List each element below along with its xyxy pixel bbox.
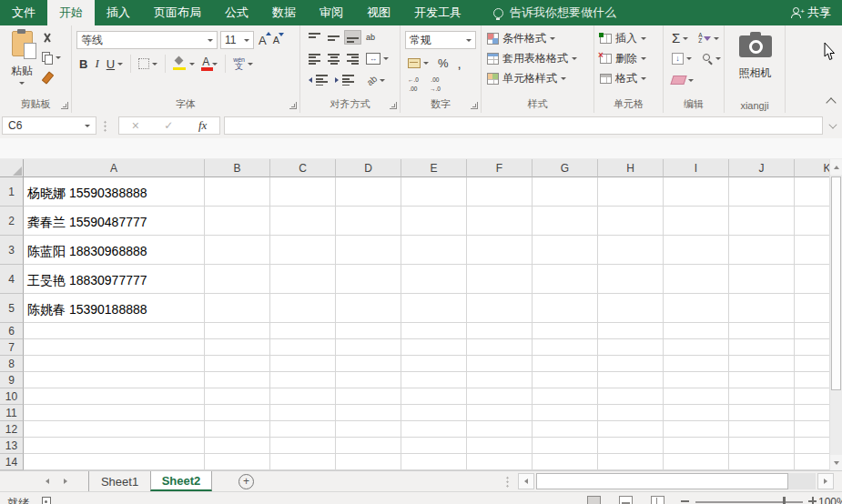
camera-button[interactable]: 照相机 bbox=[725, 29, 786, 81]
row-header-11[interactable]: 11 bbox=[0, 405, 24, 421]
cell-F13[interactable] bbox=[467, 438, 533, 454]
macro-record-icon[interactable] bbox=[42, 497, 51, 504]
cell-J13[interactable] bbox=[729, 438, 795, 454]
cell-K10[interactable] bbox=[795, 388, 829, 405]
cell-D13[interactable] bbox=[336, 438, 401, 454]
cell-J9[interactable] bbox=[729, 372, 795, 388]
column-header-C[interactable]: C bbox=[270, 159, 336, 177]
cut-button[interactable] bbox=[42, 31, 52, 45]
cell-I7[interactable] bbox=[664, 339, 729, 356]
cell-K14[interactable] bbox=[795, 454, 829, 470]
cell-F1[interactable] bbox=[467, 177, 533, 207]
scroll-up-button[interactable] bbox=[830, 159, 842, 175]
cell-G14[interactable] bbox=[533, 454, 598, 470]
cell-H13[interactable] bbox=[598, 438, 664, 454]
cell-E1[interactable] bbox=[401, 177, 467, 207]
cell-B5[interactable] bbox=[205, 294, 270, 323]
bold-button[interactable]: B bbox=[76, 55, 90, 73]
cell-C7[interactable] bbox=[270, 339, 336, 356]
collapse-ribbon-icon[interactable] bbox=[826, 97, 836, 107]
row-header-3[interactable]: 3 bbox=[0, 236, 24, 265]
cell-H5[interactable] bbox=[598, 294, 664, 323]
fill-color-button[interactable] bbox=[170, 55, 198, 72]
cell-A13[interactable] bbox=[24, 438, 205, 454]
cell-H9[interactable] bbox=[598, 372, 664, 388]
cell-A2[interactable]: 龚春兰 15590487777 bbox=[24, 207, 205, 236]
column-header-I[interactable]: I bbox=[664, 159, 729, 177]
cell-I12[interactable] bbox=[664, 421, 729, 438]
cell-B13[interactable] bbox=[205, 438, 270, 454]
cell-C8[interactable] bbox=[270, 356, 336, 372]
cell-I13[interactable] bbox=[664, 438, 729, 454]
cell-K4[interactable] bbox=[795, 265, 829, 294]
row-header-5[interactable]: 5 bbox=[0, 294, 24, 323]
cell-F9[interactable] bbox=[467, 372, 533, 388]
align-bottom-button[interactable] bbox=[344, 30, 361, 45]
next-sheet-icon[interactable] bbox=[64, 479, 67, 484]
column-header-B[interactable]: B bbox=[205, 159, 270, 177]
cell-F3[interactable] bbox=[467, 236, 533, 265]
sort-filter-button[interactable]: AZ bbox=[695, 31, 721, 46]
vertical-scrollbar-thumb[interactable] bbox=[831, 176, 841, 390]
column-header-D[interactable]: D bbox=[336, 159, 401, 177]
cell-B8[interactable] bbox=[205, 356, 270, 372]
align-left-button[interactable] bbox=[306, 52, 323, 66]
cell-G4[interactable] bbox=[533, 265, 598, 294]
cell-K13[interactable] bbox=[795, 438, 829, 454]
cell-G10[interactable] bbox=[533, 388, 598, 405]
comma-style-button[interactable]: , bbox=[455, 57, 464, 70]
cell-K9[interactable] bbox=[795, 372, 829, 388]
cell-E4[interactable] bbox=[401, 265, 467, 294]
cell-B6[interactable] bbox=[205, 323, 270, 339]
phonetic-button[interactable]: wén文 bbox=[230, 55, 256, 73]
cell-J6[interactable] bbox=[729, 323, 795, 339]
number-format-select[interactable]: 常规 bbox=[405, 31, 476, 49]
increase-indent-button[interactable] bbox=[332, 73, 357, 87]
cell-J14[interactable] bbox=[729, 454, 795, 470]
decrease-decimal-button[interactable]: .00→.0 bbox=[427, 75, 443, 94]
cell-K11[interactable] bbox=[795, 405, 829, 421]
tab-insert[interactable]: 插入 bbox=[95, 0, 142, 25]
share-button[interactable]: + 共享 bbox=[780, 0, 842, 25]
format-painter-button[interactable] bbox=[42, 70, 51, 85]
cell-C10[interactable] bbox=[270, 388, 336, 405]
cell-B14[interactable] bbox=[205, 454, 270, 470]
cell-K6[interactable] bbox=[795, 323, 829, 339]
enter-icon[interactable]: ✓ bbox=[164, 119, 173, 132]
tell-me-box[interactable]: 告诉我你想要做什么 bbox=[493, 0, 616, 25]
cell-B9[interactable] bbox=[205, 372, 270, 388]
cell-A10[interactable] bbox=[24, 388, 205, 405]
hscroll-left-button[interactable] bbox=[518, 473, 534, 489]
cell-K1[interactable] bbox=[795, 177, 829, 207]
cell-J2[interactable] bbox=[729, 207, 795, 236]
insert-cells-button[interactable]: 插入 bbox=[600, 31, 646, 46]
cell-H14[interactable] bbox=[598, 454, 664, 470]
align-right-button[interactable] bbox=[344, 52, 361, 66]
tab-scrollbar-splitter[interactable] bbox=[506, 476, 509, 488]
cell-G9[interactable] bbox=[533, 372, 598, 388]
cell-J8[interactable] bbox=[729, 356, 795, 372]
borders-button[interactable] bbox=[136, 56, 160, 71]
cell-F6[interactable] bbox=[467, 323, 533, 339]
tab-file[interactable]: 文件 bbox=[0, 0, 47, 25]
cell-A12[interactable] bbox=[24, 421, 205, 438]
row-header-8[interactable]: 8 bbox=[0, 356, 24, 372]
cell-H8[interactable] bbox=[598, 356, 664, 372]
cell-J11[interactable] bbox=[729, 405, 795, 421]
expand-formula-bar-icon[interactable] bbox=[828, 120, 837, 128]
number-launcher-icon[interactable] bbox=[471, 102, 478, 109]
tab-review[interactable]: 审阅 bbox=[308, 0, 355, 25]
select-all-corner[interactable] bbox=[0, 159, 24, 177]
column-header-J[interactable]: J bbox=[729, 159, 795, 177]
font-launcher-icon[interactable] bbox=[289, 102, 297, 109]
tab-formulas[interactable]: 公式 bbox=[213, 0, 260, 25]
name-box[interactable]: C6 bbox=[2, 116, 96, 135]
cell-J10[interactable] bbox=[729, 388, 795, 405]
cell-A8[interactable] bbox=[24, 356, 205, 372]
cell-D12[interactable] bbox=[336, 421, 401, 438]
cell-E6[interactable] bbox=[401, 323, 467, 339]
cell-I1[interactable] bbox=[664, 177, 729, 207]
cell-H1[interactable] bbox=[598, 177, 664, 207]
tab-developer[interactable]: 开发工具 bbox=[402, 0, 473, 25]
cell-I6[interactable] bbox=[664, 323, 729, 339]
